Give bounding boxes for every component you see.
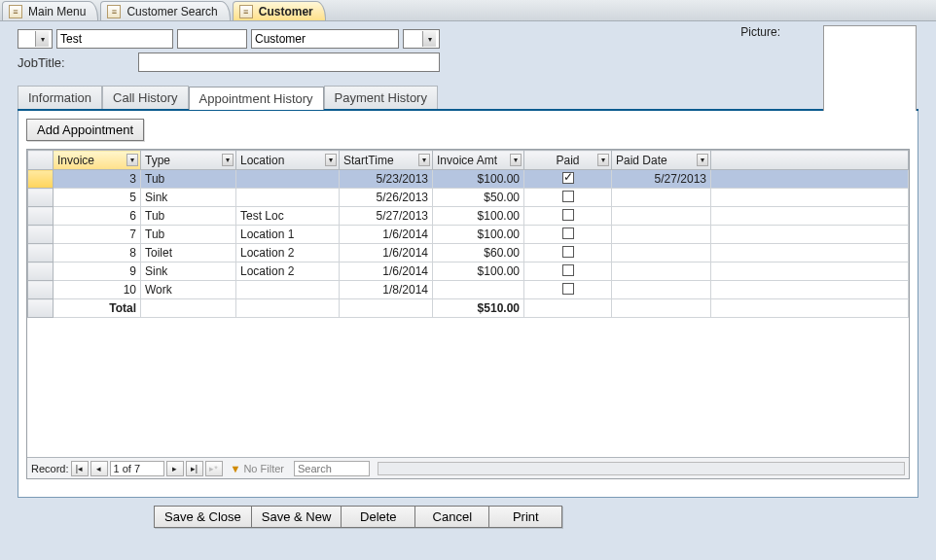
nav-new-button[interactable]: ▸* (205, 461, 223, 476)
cell-invoice[interactable]: 3 (54, 170, 141, 189)
appointment-grid[interactable]: Invoice▾ Type▾ Location▾ StartTime▾ Invo… (27, 150, 909, 457)
horizontal-scrollbar[interactable] (378, 462, 905, 475)
cell-invoice[interactable]: 7 (54, 226, 141, 244)
cell-paid-date[interactable] (612, 244, 711, 262)
checkbox-icon[interactable] (562, 264, 574, 276)
row-selector[interactable] (28, 189, 54, 207)
chevron-down-icon[interactable]: ▾ (697, 154, 708, 166)
cell-paid-date[interactable] (612, 226, 711, 244)
table-row[interactable]: 6TubTest Loc5/27/2013$100.00 (28, 207, 909, 226)
cell-invoice[interactable]: 5 (54, 189, 141, 207)
checkbox-icon[interactable] (562, 172, 574, 184)
cell-invoice[interactable]: 6 (54, 207, 141, 226)
cell-paid[interactable] (524, 207, 612, 226)
col-paid[interactable]: Paid▾ (524, 151, 612, 170)
cell-location[interactable]: Location 2 (236, 244, 340, 262)
save-new-button[interactable]: Save & New (251, 506, 342, 528)
cell-paid[interactable] (524, 281, 612, 299)
cell-type[interactable]: Tub (141, 226, 236, 244)
cell-invoice-amount[interactable]: $50.00 (433, 189, 524, 207)
cell-type[interactable]: Tub (141, 170, 236, 189)
cell-type[interactable]: Sink (141, 189, 236, 207)
middle-name-field[interactable] (177, 29, 247, 49)
cell-type[interactable]: Tub (141, 207, 236, 226)
cell-starttime[interactable]: 5/23/2013 (340, 170, 433, 189)
chevron-down-icon[interactable]: ▾ (597, 154, 609, 166)
cell-location[interactable]: Location 2 (236, 262, 340, 281)
row-selector[interactable] (28, 262, 54, 281)
chevron-down-icon[interactable]: ▾ (126, 154, 138, 166)
first-name-field[interactable] (56, 29, 173, 49)
delete-button[interactable]: Delete (341, 506, 414, 528)
col-paid-date[interactable]: Paid Date▾ (612, 151, 711, 170)
checkbox-icon[interactable] (562, 283, 574, 295)
print-button[interactable]: Print (488, 506, 562, 528)
nav-first-button[interactable]: |◂ (71, 461, 89, 476)
chevron-down-icon[interactable]: ▾ (222, 154, 234, 166)
row-selector[interactable] (28, 226, 54, 244)
cell-invoice[interactable]: 10 (54, 281, 141, 299)
save-close-button[interactable]: Save & Close (154, 506, 251, 528)
cell-starttime[interactable]: 1/6/2014 (340, 226, 433, 244)
cell-paid-date[interactable] (612, 281, 711, 299)
cell-location[interactable] (236, 281, 340, 299)
last-name-field[interactable] (251, 29, 399, 49)
cell-starttime[interactable]: 1/6/2014 (340, 244, 433, 262)
table-row[interactable]: 5Sink5/26/2013$50.00 (28, 189, 909, 207)
tab-appointment-history[interactable]: Appointment History (189, 87, 324, 110)
cancel-button[interactable]: Cancel (414, 506, 488, 528)
cell-paid[interactable] (524, 170, 612, 189)
cell-location[interactable]: Location 1 (236, 226, 340, 244)
row-selector[interactable] (28, 281, 54, 299)
cell-invoice[interactable]: 8 (54, 244, 141, 262)
cell-paid[interactable] (524, 226, 612, 244)
col-invoice[interactable]: Invoice▾ (54, 151, 141, 170)
add-appointment-button[interactable]: Add Appointment (26, 119, 144, 141)
title-combo[interactable]: ▾ (18, 29, 53, 49)
cell-starttime[interactable]: 5/27/2013 (340, 207, 433, 226)
chevron-down-icon[interactable]: ▾ (510, 154, 522, 166)
table-row[interactable]: 9SinkLocation 21/6/2014$100.00 (28, 262, 909, 281)
cell-type[interactable]: Toilet (141, 244, 236, 262)
tab-payment-history[interactable]: Payment History (324, 86, 438, 109)
row-selector-header[interactable] (28, 151, 54, 170)
picture-box[interactable] (823, 25, 917, 113)
col-invoice-amount[interactable]: Invoice Amt▾ (433, 151, 524, 170)
cell-location[interactable] (236, 189, 340, 207)
cell-invoice-amount[interactable] (433, 281, 524, 299)
col-starttime[interactable]: StartTime▾ (340, 151, 433, 170)
cell-invoice-amount[interactable]: $60.00 (433, 244, 524, 262)
cell-invoice-amount[interactable]: $100.00 (433, 207, 524, 226)
checkbox-icon[interactable] (562, 191, 574, 202)
col-type[interactable]: Type▾ (141, 151, 236, 170)
cell-paid[interactable] (524, 189, 612, 207)
cell-location[interactable]: Test Loc (236, 207, 340, 226)
checkbox-icon[interactable] (562, 209, 574, 221)
col-location[interactable]: Location▾ (236, 151, 340, 170)
row-selector[interactable] (28, 244, 54, 262)
cell-invoice-amount[interactable]: $100.00 (433, 262, 524, 281)
cell-location[interactable] (236, 170, 340, 189)
cell-starttime[interactable]: 1/8/2014 (340, 281, 433, 299)
cell-invoice[interactable]: 9 (54, 262, 141, 281)
nav-prev-button[interactable]: ◂ (90, 461, 108, 476)
tab-customer-search[interactable]: ≡ Customer Search (100, 1, 230, 20)
tab-customer[interactable]: ≡ Customer (233, 1, 326, 20)
tab-call-history[interactable]: Call History (102, 86, 188, 109)
cell-paid-date[interactable] (612, 262, 711, 281)
cell-paid-date[interactable]: 5/27/2013 (612, 170, 711, 189)
record-search-input[interactable]: Search (294, 461, 370, 476)
filter-indicator[interactable]: ▼ No Filter (231, 463, 284, 474)
cell-starttime[interactable]: 5/26/2013 (340, 189, 433, 207)
job-title-field[interactable] (138, 52, 440, 72)
chevron-down-icon[interactable]: ▾ (418, 154, 430, 166)
checkbox-icon[interactable] (562, 246, 574, 258)
suffix-combo[interactable]: ▾ (403, 29, 440, 49)
nav-next-button[interactable]: ▸ (166, 461, 184, 476)
chevron-down-icon[interactable]: ▾ (325, 154, 337, 166)
tab-main-menu[interactable]: ≡ Main Menu (2, 1, 98, 20)
record-position[interactable]: 1 of 7 (110, 461, 164, 476)
table-row[interactable]: 8ToiletLocation 21/6/2014$60.00 (28, 244, 909, 262)
tab-information[interactable]: Information (18, 86, 102, 109)
cell-paid-date[interactable] (612, 207, 711, 226)
